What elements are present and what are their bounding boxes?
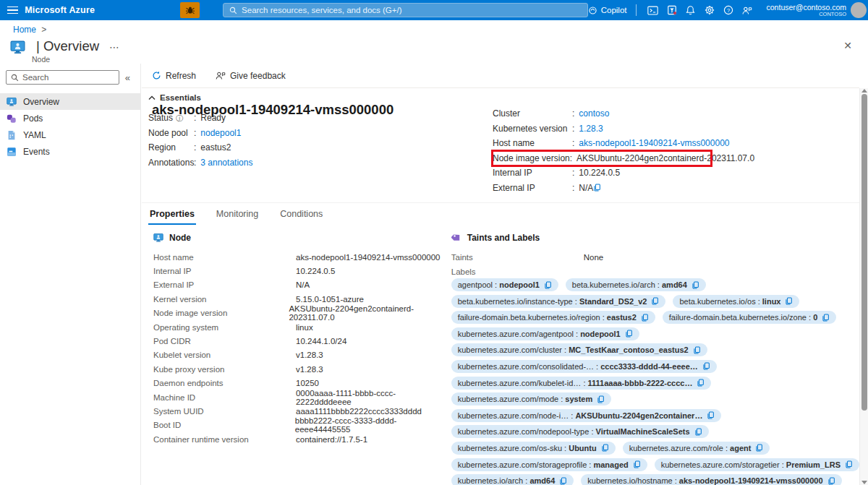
feedback-person-icon (215, 71, 226, 80)
give-feedback-button[interactable]: Give feedback (215, 71, 286, 81)
breadcrumb: Home > (13, 25, 46, 35)
copy-icon[interactable] (707, 411, 715, 419)
vertical-scrollbar[interactable] (859, 88, 868, 485)
node-section-title: Node (169, 233, 191, 243)
property-label: Node image version (153, 309, 289, 317)
breadcrumb-separator: > (41, 25, 46, 35)
copy-icon[interactable] (544, 281, 552, 289)
property-row: Kubelet versionv1.28.3 (153, 348, 451, 362)
essentials-row: External IP:N/A (493, 181, 730, 196)
label-pill: kubernetes.azure.com/node-i… : AKSUbuntu… (451, 409, 722, 422)
copy-icon[interactable] (702, 362, 710, 370)
feedback-button[interactable] (738, 0, 757, 20)
sidebar-item-events[interactable]: Events (0, 143, 140, 160)
essentials-toggle[interactable]: Essentials (142, 88, 859, 106)
search-icon (229, 7, 237, 14)
copy-icon[interactable] (601, 444, 609, 452)
sidebar-item-overview[interactable]: Overview (0, 93, 140, 110)
directory-filter-button[interactable] (663, 0, 681, 20)
label-pill-row: beta.kubernetes.io/instance-type : Stand… (451, 295, 859, 308)
copy-icon[interactable] (559, 477, 567, 485)
brand-title[interactable]: Microsoft Azure (25, 5, 95, 15)
more-actions-icon[interactable]: ⋯ (109, 41, 119, 53)
copy-icon[interactable] (651, 297, 659, 305)
sidebar-collapse-button[interactable]: « (119, 72, 136, 83)
label-pill: beta.kubernetes.io/arch : amd64 (566, 278, 706, 291)
copy-icon[interactable] (822, 314, 830, 322)
copy-icon[interactable] (597, 395, 605, 403)
topbar-divider (636, 4, 637, 16)
notifications-button[interactable] (681, 0, 700, 20)
close-icon[interactable]: ✕ (843, 40, 852, 51)
essentials-label: Host name (493, 138, 572, 148)
settings-button[interactable] (700, 0, 719, 20)
label-pill-row: agentpool : nodepool1beta.kubernetes.io/… (451, 278, 859, 291)
tab-bar: PropertiesMonitoringConditions (142, 202, 859, 225)
label-pill: kubernetes.azure.com/storagetier : Premi… (655, 458, 859, 471)
property-value: 10250 (296, 379, 319, 387)
property-value: v1.28.3 (296, 365, 323, 374)
global-search-input[interactable] (242, 6, 582, 14)
copy-icon[interactable] (827, 477, 835, 485)
scroll-up-arrow[interactable] (861, 89, 867, 93)
essentials-value[interactable]: contoso (579, 108, 609, 119)
copy-icon[interactable] (633, 460, 641, 468)
breadcrumb-home-link[interactable]: Home (13, 25, 36, 35)
property-label: Internal IP (153, 267, 296, 275)
copy-icon[interactable] (785, 297, 793, 305)
sidebar-search-input[interactable] (22, 73, 114, 82)
avatar[interactable] (851, 2, 867, 18)
copy-icon[interactable] (593, 184, 601, 192)
sidebar-item-yaml[interactable]: YAML (0, 126, 140, 143)
essentials-value[interactable]: aks-nodepool1-19409214-vmss000000 (579, 138, 729, 148)
scrollbar-thumb[interactable] (861, 94, 867, 411)
property-label: Host name (153, 253, 296, 262)
property-row: Host nameaks-nodepool1-19409214-vmss0000… (153, 250, 451, 264)
copy-icon[interactable] (694, 428, 702, 436)
essentials-value: eastus2 (200, 142, 231, 153)
question-icon: ? (723, 5, 733, 15)
copy-icon[interactable] (692, 281, 699, 289)
essentials: Statusⓘ:ReadyNode pool:nodepool1Region:e… (142, 106, 859, 195)
label-pill: beta.kubernetes.io/instance-type : Stand… (451, 295, 666, 308)
account-menu[interactable]: contuser@contoso.com CONTOSO (767, 3, 846, 18)
copy-icon[interactable] (693, 346, 701, 354)
global-search[interactable] (223, 3, 588, 17)
property-row: Pod CIDR10.244.1.0/24 (153, 334, 451, 348)
sidebar-search[interactable] (6, 70, 119, 85)
property-row: Node image versionAKSUbuntu-2204gen2cont… (153, 306, 451, 320)
copy-icon[interactable] (625, 330, 633, 338)
copy-icon[interactable] (697, 379, 705, 387)
copilot-icon (588, 6, 597, 15)
scroll-down-arrow[interactable] (861, 481, 867, 484)
copilot-button[interactable]: Copilot (588, 6, 627, 15)
cloud-shell-button[interactable] (644, 0, 663, 20)
label-pill: agentpool : nodepool1 (451, 278, 558, 291)
essentials-row: Cluster:contoso (493, 106, 730, 121)
toolbar: Refresh Give feedback (142, 64, 859, 87)
essentials-value[interactable]: 3 annotations (200, 158, 252, 168)
tab-properties[interactable]: Properties (148, 203, 196, 225)
essentials-row: Node image version:AKSUbuntu-2204gen2con… (493, 151, 711, 166)
essentials-value[interactable]: 1.28.3 (579, 124, 603, 134)
copy-icon[interactable] (641, 314, 649, 322)
copy-icon[interactable] (845, 460, 853, 468)
essentials-value[interactable]: nodepool1 (200, 128, 241, 138)
property-label: Boot ID (153, 421, 295, 429)
label-pill-row: kubernetes.azure.com/consolidated-… : cc… (451, 360, 859, 373)
debug-button[interactable] (180, 2, 200, 18)
label-pill: kubernetes.azure.com/consolidated-… : cc… (451, 360, 717, 373)
copy-icon[interactable] (755, 444, 763, 452)
label-pill: kubernetes.azure.com/kubelet-id… : 1111a… (451, 377, 712, 390)
sidebar-item-label: Events (23, 147, 50, 157)
info-icon[interactable]: ⓘ (176, 114, 183, 122)
directory-filter-icon (667, 5, 677, 15)
tab-conditions[interactable]: Conditions (278, 203, 324, 225)
property-row: External IPN/A (153, 278, 451, 292)
sidebar-item-pods[interactable]: Pods (0, 110, 140, 126)
help-button[interactable]: ? (719, 0, 738, 20)
hamburger-menu-icon[interactable] (0, 7, 25, 14)
sidebar-item-label: Overview (23, 97, 59, 107)
tab-monitoring[interactable]: Monitoring (215, 203, 260, 225)
refresh-button[interactable]: Refresh (152, 71, 196, 81)
